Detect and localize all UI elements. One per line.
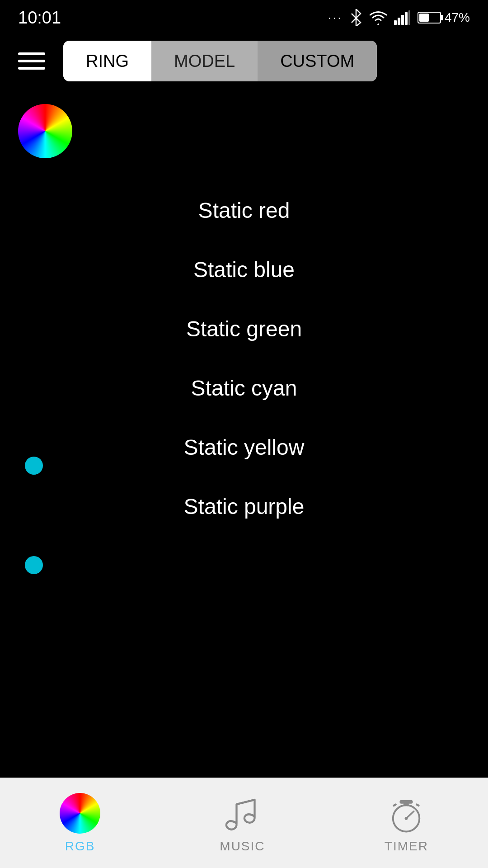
list-item-static-purple[interactable]: Static purple xyxy=(0,477,488,536)
bluetooth-icon xyxy=(350,9,362,26)
header: RING MODEL CUSTOM xyxy=(0,32,488,90)
svg-rect-2 xyxy=(401,15,404,25)
list-item-static-yellow[interactable]: Static yellow xyxy=(0,418,488,477)
svg-rect-10 xyxy=(416,803,420,807)
status-icons: ··· 47% xyxy=(328,9,470,26)
list-section: Static red Static blue Static green Stat… xyxy=(0,163,488,554)
tab-model[interactable]: MODEL xyxy=(151,41,258,81)
nav-label-rgb: RGB xyxy=(65,839,95,854)
timer-icon xyxy=(388,793,424,834)
nav-label-music: MUSIC xyxy=(220,839,265,854)
svg-rect-9 xyxy=(393,803,397,807)
list-item-static-green[interactable]: Static green xyxy=(0,299,488,359)
battery-container: 47% xyxy=(418,10,470,25)
svg-line-5 xyxy=(237,800,255,804)
nav-item-timer[interactable]: TIMER xyxy=(366,788,446,858)
list-item-static-cyan[interactable]: Static cyan xyxy=(0,359,488,418)
svg-rect-1 xyxy=(398,18,400,25)
color-wheel-section xyxy=(0,90,488,163)
color-wheel[interactable] xyxy=(18,104,72,158)
battery-body xyxy=(418,12,441,24)
battery-percentage: 47% xyxy=(445,10,470,25)
bottom-nav: RGB MUSIC xyxy=(0,778,488,868)
list-item-static-blue[interactable]: Static blue xyxy=(0,240,488,299)
battery-icon xyxy=(418,12,441,24)
list-item-static-red[interactable]: Static red xyxy=(0,181,488,240)
nav-rgb-wheel xyxy=(60,793,100,834)
svg-point-12 xyxy=(405,816,408,820)
svg-rect-4 xyxy=(408,10,410,25)
nav-label-timer: TIMER xyxy=(385,839,428,854)
nav-item-rgb[interactable]: RGB xyxy=(42,788,118,858)
battery-fill xyxy=(419,14,429,22)
left-dot-2 xyxy=(25,556,43,574)
wifi-icon xyxy=(370,10,387,25)
status-time: 10:01 xyxy=(18,8,61,28)
music-icon xyxy=(224,793,260,834)
svg-rect-0 xyxy=(394,20,397,25)
menu-button[interactable] xyxy=(14,48,50,74)
svg-line-11 xyxy=(406,811,414,818)
tab-ring[interactable]: RING xyxy=(63,41,151,81)
menu-line-3 xyxy=(18,67,45,70)
nav-item-music[interactable]: MUSIC xyxy=(202,788,283,858)
tab-group: RING MODEL CUSTOM xyxy=(63,41,377,81)
signal-bars-icon xyxy=(394,10,410,25)
tab-custom[interactable]: CUSTOM xyxy=(258,41,377,81)
status-bar: 10:01 ··· 47% xyxy=(0,0,488,32)
menu-line-1 xyxy=(18,52,45,55)
signal-dots-icon: ··· xyxy=(328,10,343,25)
menu-line-2 xyxy=(18,60,45,62)
svg-rect-3 xyxy=(405,12,408,25)
svg-rect-8 xyxy=(400,800,413,803)
left-dot-1 xyxy=(25,457,43,475)
